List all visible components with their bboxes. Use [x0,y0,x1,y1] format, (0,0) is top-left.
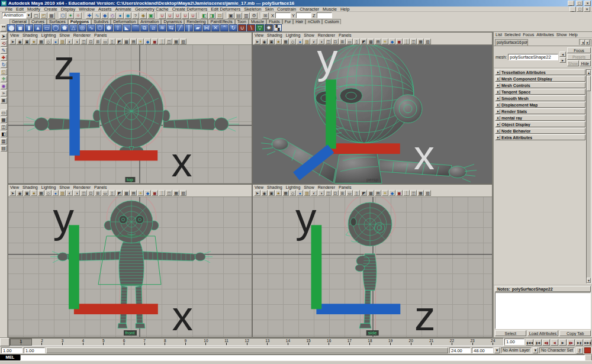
textured-mode-icon[interactable]: ▨ [59,38,66,44]
notes-textarea[interactable] [495,292,591,329]
image-plane-icon[interactable]: ▦ [38,38,44,44]
textured-mode-icon[interactable]: ▨ [304,190,310,196]
smooth-shade-mode-icon[interactable]: ● [52,190,59,196]
shadows-icon[interactable]: ◑ [318,190,324,196]
frame-15[interactable]: 15 [298,339,319,346]
append-polygon-icon[interactable]: ▰ [194,24,202,31]
gate-mask-icon[interactable]: ◩ [361,190,367,196]
vp-menu-panels[interactable]: Panels [339,33,351,38]
vp-menu-view[interactable]: View [10,33,19,38]
anim-layer-selector[interactable]: No Anim Layer [501,347,532,353]
frame-17[interactable]: 17 [339,339,360,346]
expand-arrow-icon[interactable]: ► [496,70,500,75]
lighting-bulb-icon[interactable]: ☀ [382,190,388,196]
poly-cube-icon[interactable]: ◼ [16,24,24,31]
isolate-select-icon[interactable]: ⊡ [332,38,339,44]
shadows-icon[interactable]: ◑ [318,38,324,44]
pane-layout2-icon[interactable]: ▦ [173,38,179,44]
image-plane-icon[interactable]: ▦ [282,38,289,44]
menu-set-selector[interactable]: Animation ▼ [1,12,32,18]
expand-arrow-icon[interactable]: ► [496,122,500,127]
wireframe-mode-icon[interactable]: ◇ [289,190,296,196]
title-bar[interactable]: M Autodesk Maya 2010 x64 - Educational V… [0,0,592,7]
frame-21[interactable]: 21 [422,339,442,346]
frame-7[interactable]: 7 [134,339,155,346]
universal-manipulator-icon[interactable]: ✛ [1,76,7,82]
lasso-select-tool-icon[interactable]: ⟲ [1,40,7,47]
vp-menu-shading[interactable]: Shading [22,185,38,190]
show-field-selector-icon[interactable]: ⊞ [262,12,269,19]
mdi-minimize-button[interactable]: _ [570,7,576,12]
playback-start-field[interactable]: 1.00 [24,347,45,353]
notes-header[interactable]: Notes: polySurfaceShape22 [495,286,591,292]
vp-menu-shading[interactable]: Shading [22,33,38,38]
heads-up-display-icon[interactable]: ▤ [130,190,137,196]
layout-four-pane-icon[interactable]: ▦ [1,117,7,123]
vp-menu-renderer[interactable]: Renderer [73,33,91,38]
expand-arrow-icon[interactable]: ► [496,115,500,120]
step-forward-key-button[interactable]: ▮▶ [567,339,575,346]
presets-button[interactable]: Presets [567,54,591,60]
viewport-persp-label[interactable]: persp [365,177,380,182]
menu-window[interactable]: Window [77,7,96,12]
shelf-tab-surfaces[interactable]: Surfaces [47,19,68,24]
ae-menu-attributes[interactable]: Attributes [536,33,554,37]
camera-attributes-icon[interactable]: ▣ [268,190,275,196]
frame-1[interactable]: 1 [10,339,32,346]
attribute-scrollbar[interactable]: ▲ ▼ [586,69,591,284]
menu-geometry-cache[interactable]: Geometry Cache [133,7,170,12]
chevron-down-icon[interactable]: ▼ [26,12,31,18]
vp-menu-lighting[interactable]: Lighting [286,33,301,38]
use-lights-icon[interactable]: ◐ [66,190,73,196]
pane-layout-icon[interactable]: ◫ [410,190,417,196]
combine-icon[interactable]: ⧉ [140,24,149,31]
shelf-tab-ncloth[interactable]: nCloth [305,19,322,24]
frame-19[interactable]: 19 [380,339,401,346]
frame-22[interactable]: 22 [442,339,462,346]
bevel-icon[interactable]: ◣ [123,24,131,31]
frame-3[interactable]: 3 [52,339,73,346]
film-gate-icon[interactable]: ▭ [102,190,108,196]
section-displacement-map[interactable]: ►Displacement Map [495,102,585,108]
poly-pyramid-icon[interactable]: △ [69,24,78,31]
ae-menu-list[interactable]: List [496,33,502,37]
textured-mode-icon[interactable]: ▨ [304,38,310,44]
frame-16[interactable]: 16 [318,339,339,346]
lighting-bulb-icon[interactable]: ☀ [137,38,144,44]
bridge-icon[interactable]: ⌒ [131,24,140,31]
scroll-down-icon[interactable]: ▼ [587,278,591,283]
image-plane-icon[interactable]: ▦ [282,190,289,196]
y-coordinate-input[interactable] [296,12,311,18]
ae-footer-button-load-attributes[interactable]: Load Attributes [527,330,559,336]
select-mask-surfaces-icon[interactable]: ◆ [101,12,108,19]
select-mask-rendering-icon[interactable]: ◉ [124,12,131,19]
poly-pipe-icon[interactable]: ◎ [78,24,86,31]
save-scene-icon[interactable]: ▦ [48,12,55,19]
uv-checker-icon[interactable]: ▚ [274,24,282,31]
scale-tool-icon[interactable]: ◱ [1,69,7,75]
render-settings-icon[interactable]: ▥ [243,12,250,19]
ae-tab-polysurfaceshape22[interactable]: polySurfaceShape22 [522,40,528,46]
playback-end-field[interactable]: 24.00 [449,347,471,353]
poly-helix-icon[interactable]: ∿ [87,24,95,31]
mesh-name-input[interactable]: polySurfaceShape22 [508,54,558,60]
frame-11[interactable]: 11 [216,339,237,346]
frame-8[interactable]: 8 [155,339,175,346]
poly-sphere-icon[interactable]: ⬤ [7,24,15,31]
select-camera-icon[interactable]: ➤ [254,190,260,196]
shelf-tab-dynamics[interactable]: Dynamics [161,19,184,24]
shelf-tab-subdivs[interactable]: Subdivs [91,19,111,24]
ae-tab-polysurface16[interactable]: polySurface16 [497,40,522,46]
pane-layout3-icon[interactable]: ▧ [180,38,186,44]
make-live-icon[interactable]: ∪ [189,12,197,19]
snap-to-view-planes-icon[interactable]: ∪ [182,12,189,19]
sculpt-tool-icon[interactable]: ✸ [265,24,273,31]
ao-icon[interactable]: ◼ [396,190,403,196]
camera-attributes-icon[interactable]: ▣ [24,190,30,196]
menu-create[interactable]: Create [42,7,59,12]
pane-layout3-icon[interactable]: ▧ [424,38,431,44]
shelf-tab-painteffects[interactable]: PaintEffects [208,19,234,24]
hide-button[interactable]: Hide [580,60,591,66]
ipr-render-icon[interactable]: ▤ [235,12,242,19]
frame-6[interactable]: 6 [114,339,134,346]
